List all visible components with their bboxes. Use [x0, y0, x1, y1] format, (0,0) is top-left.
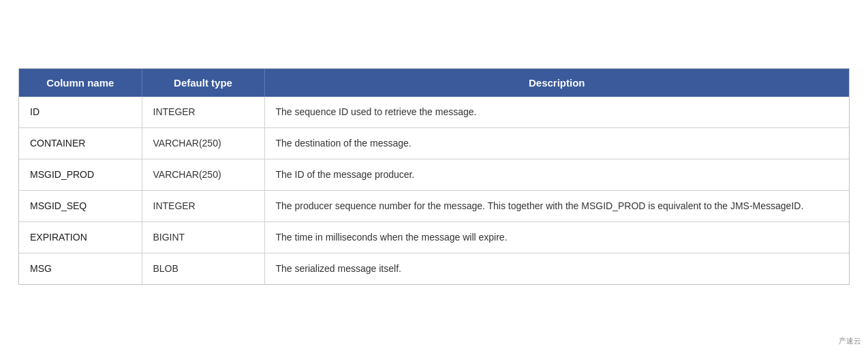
table-row: MSGBLOBThe serialized message itself.: [19, 254, 849, 285]
cell-description: The destination of the message.: [264, 128, 849, 159]
cell-default-type: INTEGER: [142, 191, 264, 222]
cell-column-name: MSGID_SEQ: [19, 191, 142, 222]
cell-description: The serialized message itself.: [264, 254, 849, 285]
cell-column-name: MSG: [19, 254, 142, 285]
header-default-type: Default type: [142, 69, 264, 97]
cell-column-name: ID: [19, 97, 142, 128]
table-row: MSGID_PRODVARCHAR(250)The ID of the mess…: [19, 159, 849, 191]
table-row: IDINTEGERThe sequence ID used to retriev…: [19, 97, 849, 128]
cell-column-name: CONTAINER: [19, 128, 142, 159]
cell-default-type: INTEGER: [142, 97, 264, 128]
table-row: EXPIRATIONBIGINTThe time in milliseconds…: [19, 222, 849, 254]
cell-description: The producer sequence number for the mes…: [264, 191, 849, 222]
cell-default-type: VARCHAR(250): [142, 159, 264, 191]
watermark-label: 产速云: [839, 336, 861, 346]
cell-column-name: EXPIRATION: [19, 222, 142, 254]
cell-default-type: BLOB: [142, 254, 264, 285]
data-table: Column name Default type Description IDI…: [18, 68, 850, 285]
table-header-row: Column name Default type Description: [19, 69, 849, 97]
cell-description: The sequence ID used to retrieve the mes…: [264, 97, 849, 128]
table-row: MSGID_SEQINTEGERThe producer sequence nu…: [19, 191, 849, 222]
cell-column-name: MSGID_PROD: [19, 159, 142, 191]
cell-default-type: BIGINT: [142, 222, 264, 254]
cell-description: The ID of the message producer.: [264, 159, 849, 191]
cell-description: The time in milliseconds when the messag…: [264, 222, 849, 254]
table-row: CONTAINERVARCHAR(250)The destination of …: [19, 128, 849, 159]
header-description: Description: [264, 69, 849, 97]
cell-default-type: VARCHAR(250): [142, 128, 264, 159]
header-column-name: Column name: [19, 69, 142, 97]
